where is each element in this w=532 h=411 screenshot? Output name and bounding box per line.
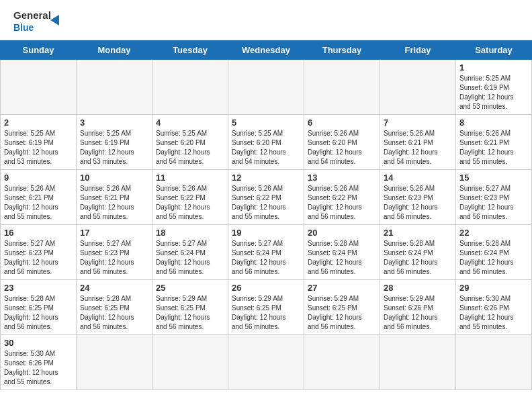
day-number: 1: [459, 62, 528, 73]
day-info: Sunrise: 5:25 AM Sunset: 6:19 PM Dayligh…: [459, 74, 528, 111]
calendar-day-cell: 7Sunrise: 5:26 AM Sunset: 6:21 PM Daylig…: [380, 115, 456, 170]
day-number: 20: [308, 228, 376, 238]
calendar-day-cell: 30Sunrise: 5:30 AM Sunset: 6:26 PM Dayli…: [1, 335, 77, 390]
calendar-day-cell: 9Sunrise: 5:26 AM Sunset: 6:21 PM Daylig…: [1, 170, 77, 225]
day-number: 24: [80, 283, 148, 293]
calendar-week-row: 16Sunrise: 5:27 AM Sunset: 6:23 PM Dayli…: [1, 225, 532, 280]
day-info: Sunrise: 5:27 AM Sunset: 6:23 PM Dayligh…: [459, 184, 528, 222]
calendar-day-cell: [380, 335, 456, 390]
calendar-day-cell: 19Sunrise: 5:27 AM Sunset: 6:24 PM Dayli…: [228, 225, 304, 280]
day-number: 10: [80, 173, 148, 183]
day-number: 4: [156, 118, 224, 128]
day-info: Sunrise: 5:26 AM Sunset: 6:23 PM Dayligh…: [384, 184, 452, 222]
day-number: 5: [232, 118, 300, 128]
calendar-week-row: 23Sunrise: 5:28 AM Sunset: 6:25 PM Dayli…: [1, 280, 532, 335]
day-number: 8: [459, 118, 528, 128]
weekday-header: Tuesday: [152, 41, 228, 60]
day-info: Sunrise: 5:27 AM Sunset: 6:23 PM Dayligh…: [80, 239, 148, 277]
day-info: Sunrise: 5:26 AM Sunset: 6:22 PM Dayligh…: [156, 184, 224, 222]
calendar-day-cell: 25Sunrise: 5:29 AM Sunset: 6:25 PM Dayli…: [152, 280, 228, 335]
weekday-header: Thursday: [304, 41, 380, 60]
day-number: 21: [384, 228, 452, 238]
svg-marker-1: [50, 15, 59, 26]
calendar-day-cell: 10Sunrise: 5:26 AM Sunset: 6:21 PM Dayli…: [77, 170, 152, 225]
day-info: Sunrise: 5:28 AM Sunset: 6:24 PM Dayligh…: [384, 239, 452, 277]
day-number: 25: [156, 283, 224, 293]
day-info: Sunrise: 5:27 AM Sunset: 6:24 PM Dayligh…: [232, 239, 300, 277]
day-number: 29: [459, 283, 528, 293]
calendar-day-cell: 23Sunrise: 5:28 AM Sunset: 6:25 PM Dayli…: [1, 280, 77, 335]
day-info: Sunrise: 5:26 AM Sunset: 6:21 PM Dayligh…: [80, 184, 148, 222]
day-number: 12: [232, 173, 300, 183]
day-number: 6: [308, 118, 376, 128]
day-number: 18: [156, 228, 224, 238]
calendar-day-cell: [77, 60, 152, 115]
calendar-day-cell: 15Sunrise: 5:27 AM Sunset: 6:23 PM Dayli…: [456, 170, 532, 225]
calendar-week-row: 9Sunrise: 5:26 AM Sunset: 6:21 PM Daylig…: [1, 170, 532, 225]
day-number: 28: [384, 283, 452, 293]
day-number: 17: [80, 228, 148, 238]
day-number: 15: [459, 173, 528, 183]
day-number: 16: [4, 228, 73, 238]
calendar-day-cell: [77, 335, 152, 390]
day-number: 26: [232, 283, 300, 293]
calendar-day-cell: 4Sunrise: 5:25 AM Sunset: 6:20 PM Daylig…: [152, 115, 228, 170]
calendar-day-cell: 5Sunrise: 5:25 AM Sunset: 6:20 PM Daylig…: [228, 115, 304, 170]
day-info: Sunrise: 5:28 AM Sunset: 6:24 PM Dayligh…: [459, 239, 528, 277]
calendar-week-row: 2Sunrise: 5:25 AM Sunset: 6:19 PM Daylig…: [1, 115, 532, 170]
day-info: Sunrise: 5:27 AM Sunset: 6:23 PM Dayligh…: [4, 239, 73, 277]
day-info: Sunrise: 5:26 AM Sunset: 6:22 PM Dayligh…: [232, 184, 300, 222]
calendar-day-cell: [228, 60, 304, 115]
calendar-day-cell: 26Sunrise: 5:29 AM Sunset: 6:25 PM Dayli…: [228, 280, 304, 335]
calendar-day-cell: 8Sunrise: 5:26 AM Sunset: 6:21 PM Daylig…: [456, 115, 532, 170]
day-info: Sunrise: 5:26 AM Sunset: 6:21 PM Dayligh…: [4, 184, 73, 222]
day-number: 2: [4, 118, 73, 128]
calendar-day-cell: 21Sunrise: 5:28 AM Sunset: 6:24 PM Dayli…: [380, 225, 456, 280]
day-info: Sunrise: 5:26 AM Sunset: 6:20 PM Dayligh…: [308, 129, 376, 167]
calendar-day-cell: 1Sunrise: 5:25 AM Sunset: 6:19 PM Daylig…: [456, 60, 532, 115]
calendar-day-cell: [228, 335, 304, 390]
day-number: 27: [308, 283, 376, 293]
calendar-day-cell: [304, 335, 380, 390]
calendar-day-cell: 3Sunrise: 5:25 AM Sunset: 6:19 PM Daylig…: [77, 115, 152, 170]
logo-svg: General Blue: [13, 7, 67, 37]
day-info: Sunrise: 5:28 AM Sunset: 6:24 PM Dayligh…: [308, 239, 376, 277]
calendar-day-cell: 14Sunrise: 5:26 AM Sunset: 6:23 PM Dayli…: [380, 170, 456, 225]
day-info: Sunrise: 5:25 AM Sunset: 6:19 PM Dayligh…: [4, 129, 73, 167]
calendar-day-cell: 13Sunrise: 5:26 AM Sunset: 6:22 PM Dayli…: [304, 170, 380, 225]
calendar-day-cell: 27Sunrise: 5:29 AM Sunset: 6:25 PM Dayli…: [304, 280, 380, 335]
weekday-header: Wednesday: [228, 41, 304, 60]
day-info: Sunrise: 5:26 AM Sunset: 6:21 PM Dayligh…: [459, 129, 528, 167]
day-info: Sunrise: 5:29 AM Sunset: 6:25 PM Dayligh…: [156, 294, 224, 332]
calendar-day-cell: 16Sunrise: 5:27 AM Sunset: 6:23 PM Dayli…: [1, 225, 77, 280]
calendar-day-cell: 20Sunrise: 5:28 AM Sunset: 6:24 PM Dayli…: [304, 225, 380, 280]
day-number: 22: [459, 228, 528, 238]
calendar-day-cell: 29Sunrise: 5:30 AM Sunset: 6:26 PM Dayli…: [456, 280, 532, 335]
day-info: Sunrise: 5:27 AM Sunset: 6:24 PM Dayligh…: [156, 239, 224, 277]
calendar-day-cell: 6Sunrise: 5:26 AM Sunset: 6:20 PM Daylig…: [304, 115, 380, 170]
calendar-day-cell: [152, 335, 228, 390]
calendar-header-row: SundayMondayTuesdayWednesdayThursdayFrid…: [1, 41, 532, 60]
calendar-day-cell: [380, 60, 456, 115]
day-number: 11: [156, 173, 224, 183]
weekday-header: Friday: [380, 41, 456, 60]
svg-text:General: General: [13, 9, 51, 21]
weekday-header: Sunday: [1, 41, 77, 60]
day-info: Sunrise: 5:29 AM Sunset: 6:25 PM Dayligh…: [308, 294, 376, 332]
calendar-day-cell: [456, 335, 532, 390]
calendar-day-cell: 11Sunrise: 5:26 AM Sunset: 6:22 PM Dayli…: [152, 170, 228, 225]
svg-text:Blue: Blue: [13, 22, 34, 33]
calendar-day-cell: 2Sunrise: 5:25 AM Sunset: 6:19 PM Daylig…: [1, 115, 77, 170]
day-number: 23: [4, 283, 73, 293]
day-info: Sunrise: 5:29 AM Sunset: 6:26 PM Dayligh…: [384, 294, 452, 332]
calendar-day-cell: 18Sunrise: 5:27 AM Sunset: 6:24 PM Dayli…: [152, 225, 228, 280]
day-number: 30: [4, 338, 73, 348]
day-info: Sunrise: 5:26 AM Sunset: 6:21 PM Dayligh…: [384, 129, 452, 167]
day-info: Sunrise: 5:29 AM Sunset: 6:25 PM Dayligh…: [232, 294, 300, 332]
day-number: 14: [384, 173, 452, 183]
calendar-table: SundayMondayTuesdayWednesdayThursdayFrid…: [0, 40, 532, 390]
logo: General Blue: [13, 7, 67, 37]
day-info: Sunrise: 5:28 AM Sunset: 6:25 PM Dayligh…: [4, 294, 73, 332]
page-header: General Blue: [0, 0, 532, 40]
day-number: 13: [308, 173, 376, 183]
